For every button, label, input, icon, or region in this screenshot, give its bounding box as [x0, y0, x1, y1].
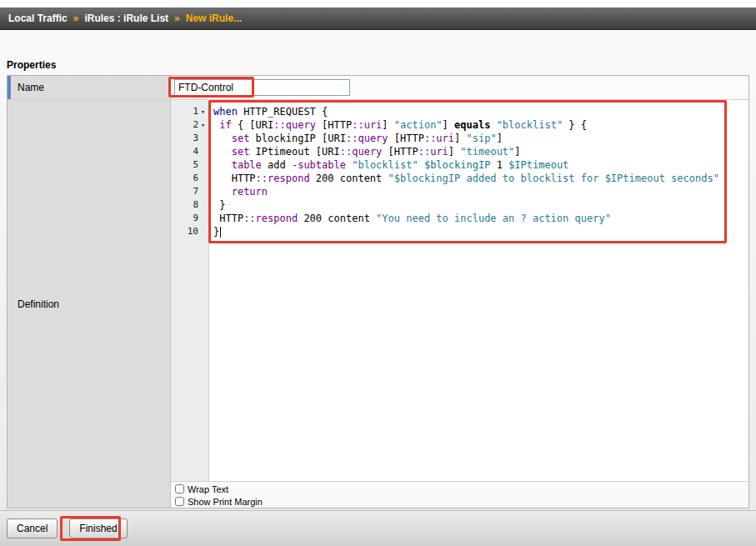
line-number: 9	[171, 212, 198, 225]
code-token: $blockingIP	[424, 159, 490, 171]
editor-line-gutter: 1▾2▾345678910	[171, 100, 209, 481]
code-token: } {	[563, 119, 587, 131]
code-token: URI	[328, 133, 346, 144]
code-line-5[interactable]: table add -subtable "blocklist" $blockin…	[213, 158, 748, 172]
code-token: ]	[514, 146, 520, 158]
code-token: URI	[322, 146, 340, 158]
code-line-4[interactable]: set IPtimeout [URI::query [HTTP::uri] "t…	[213, 145, 748, 158]
editor-option-wrap-text[interactable]: Wrap Text	[175, 483, 748, 495]
option-checkbox[interactable]	[175, 497, 184, 506]
gutter-line[interactable]: 5	[171, 158, 208, 172]
code-token: blockingIP [	[249, 133, 328, 144]
cancel-button[interactable]: Cancel	[7, 518, 58, 538]
code-token	[213, 133, 232, 144]
code-token: ]	[443, 119, 454, 131]
code-line-3[interactable]: set blockingIP [URI::query [HTTP::uri] "…	[213, 132, 748, 145]
definition-label: Definition	[8, 298, 59, 310]
code-token: table	[232, 159, 262, 171]
code-line-8[interactable]: }	[213, 198, 748, 212]
code-token	[213, 173, 232, 184]
footer-bar: Cancel Finished	[0, 510, 756, 546]
line-number: 2	[171, 118, 198, 132]
gutter-line[interactable]: 6	[171, 172, 208, 185]
code-token: }	[213, 199, 225, 211]
code-token: }	[213, 226, 219, 238]
gutter-line[interactable]: 4	[171, 145, 208, 158]
code-token: 200 content	[310, 173, 388, 184]
definition-value-cell: 1▾2▾345678910 when HTTP_REQUEST { if { […	[171, 100, 748, 508]
finished-button[interactable]: Finished	[69, 518, 127, 538]
code-token: { [	[232, 119, 256, 131]
line-number: 4	[171, 145, 198, 158]
code-line-7[interactable]: return	[213, 185, 748, 198]
name-value-cell	[171, 76, 748, 99]
code-line-9[interactable]: HTTP::respond 200 content "You need to i…	[213, 212, 748, 225]
code-token: HTTP	[219, 213, 243, 224]
breadcrumb-current-new-irule: New iRule...	[186, 13, 242, 24]
editor-option-show-print-margin[interactable]: Show Print Margin	[175, 495, 748, 508]
code-token: ::respond	[256, 173, 310, 184]
fold-arrow-icon[interactable]: ▾	[198, 118, 208, 132]
option-checkbox[interactable]	[175, 484, 184, 493]
code-token: set	[232, 146, 250, 158]
definition-row: Definition 1▾2▾345678910 when HTTP_REQUE…	[8, 100, 748, 508]
breadcrumb-irule-list[interactable]: iRules : iRule List	[84, 13, 168, 24]
name-input[interactable]	[174, 79, 350, 96]
code-line-6[interactable]: HTTP::respond 200 content "$blockingIP a…	[213, 172, 748, 185]
code-line-10[interactable]: }	[213, 225, 748, 238]
breadcrumb-separator-icon: »	[73, 13, 79, 24]
code-token: "action"	[394, 119, 443, 131]
line-number: 10	[171, 225, 198, 238]
code-token: 200 content	[298, 213, 376, 224]
code-token: "blocklist"	[497, 119, 563, 131]
code-line-1[interactable]: when HTTP_REQUEST {	[213, 105, 748, 118]
code-token: ::uri	[418, 146, 448, 158]
code-line-2[interactable]: if { [URI::query [HTTP::uri] "action"] e…	[213, 118, 748, 132]
code-token: ::query	[273, 119, 316, 131]
name-label: Name	[8, 82, 44, 93]
gutter-line[interactable]: 10	[171, 225, 208, 238]
code-token: ]	[497, 133, 503, 144]
code-token	[213, 159, 232, 171]
code-token: ]	[448, 146, 460, 158]
code-token: HTTP	[394, 146, 418, 158]
definition-code-editor[interactable]: 1▾2▾345678910 when HTTP_REQUEST { if { […	[171, 100, 748, 482]
code-token: set	[232, 133, 250, 144]
code-token: HTTP_REQUEST {	[238, 106, 328, 118]
code-token: "timeout"	[460, 146, 514, 158]
gutter-line[interactable]: 3	[171, 132, 208, 145]
gutter-line[interactable]: 8	[171, 198, 208, 212]
name-label-cell: Name	[8, 76, 171, 99]
breadcrumb-section-local-traffic[interactable]: Local Traffic	[8, 13, 68, 24]
code-token: 1	[490, 159, 508, 171]
breadcrumb-separator-icon: »	[174, 13, 180, 24]
line-number: 3	[171, 132, 198, 145]
code-token: -subtable	[292, 159, 346, 171]
line-number: 5	[171, 158, 198, 172]
properties-table: Name Definition 1▾2▾345678910 when HTTP_…	[7, 75, 749, 508]
code-token: [	[382, 146, 393, 158]
code-token	[213, 186, 232, 198]
option-label: Wrap Text	[188, 484, 228, 494]
breadcrumb-bar: Local Traffic » iRules : iRule List » Ne…	[0, 8, 756, 30]
definition-label-cell: Definition	[8, 100, 171, 508]
gutter-line[interactable]: 7	[171, 185, 208, 198]
gutter-line[interactable]: 9	[171, 212, 208, 225]
code-token: ::respond	[243, 213, 298, 224]
code-token: add	[262, 159, 292, 171]
line-number: 1	[171, 105, 198, 118]
editor-options: Wrap TextShow Print Margin	[171, 482, 748, 508]
gutter-line[interactable]: 1▾	[171, 105, 208, 118]
code-token: when	[213, 106, 238, 118]
gutter-line[interactable]: 2▾	[171, 118, 208, 132]
irule-new-page: Local Traffic » iRules : iRule List » Ne…	[0, 0, 756, 546]
code-token: equals	[454, 119, 490, 131]
code-token: "blocklist"	[352, 159, 418, 171]
required-accent-bar	[8, 76, 11, 99]
editor-code-area[interactable]: when HTTP_REQUEST { if { [URI::query [HT…	[209, 100, 748, 481]
line-number: 7	[171, 185, 198, 198]
fold-arrow-icon[interactable]: ▾	[198, 105, 208, 118]
code-token	[490, 119, 496, 131]
line-number: 8	[171, 198, 198, 212]
line-number: 6	[171, 172, 198, 185]
